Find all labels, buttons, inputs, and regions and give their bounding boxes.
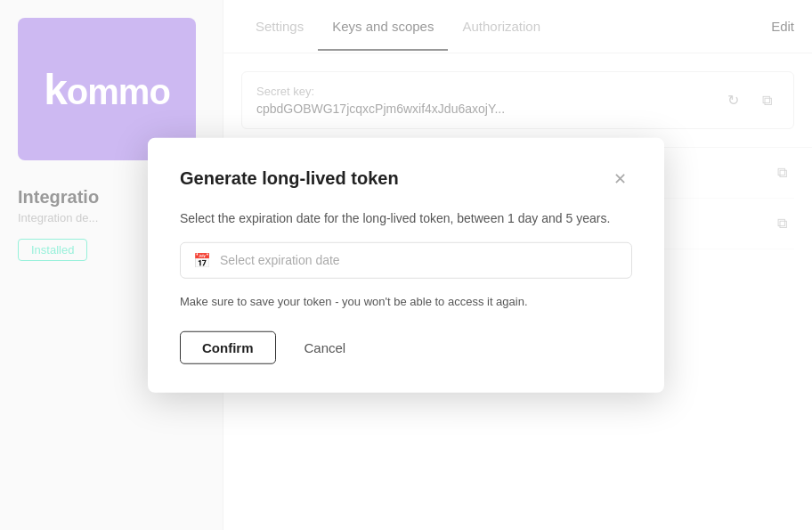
date-input-wrapper[interactable]: 📅 Select expiration date <box>180 241 632 278</box>
modal-header: Generate long-lived token ✕ <box>180 166 632 191</box>
date-placeholder: Select expiration date <box>220 253 340 267</box>
modal-description: Select the expiration date for the long-… <box>180 208 632 227</box>
modal-title: Generate long-lived token <box>180 168 399 189</box>
page-background: kommo Integratio Integration de... Insta… <box>0 0 812 530</box>
modal-generate-token: Generate long-lived token ✕ Select the e… <box>148 137 664 393</box>
modal-actions: Confirm Cancel <box>180 331 632 364</box>
calendar-icon: 📅 <box>193 251 211 268</box>
modal-close-button[interactable]: ✕ <box>607 166 632 191</box>
modal-warning: Make sure to save your token - you won't… <box>180 292 632 310</box>
confirm-button[interactable]: Confirm <box>180 331 276 364</box>
cancel-button[interactable]: Cancel <box>290 332 361 363</box>
